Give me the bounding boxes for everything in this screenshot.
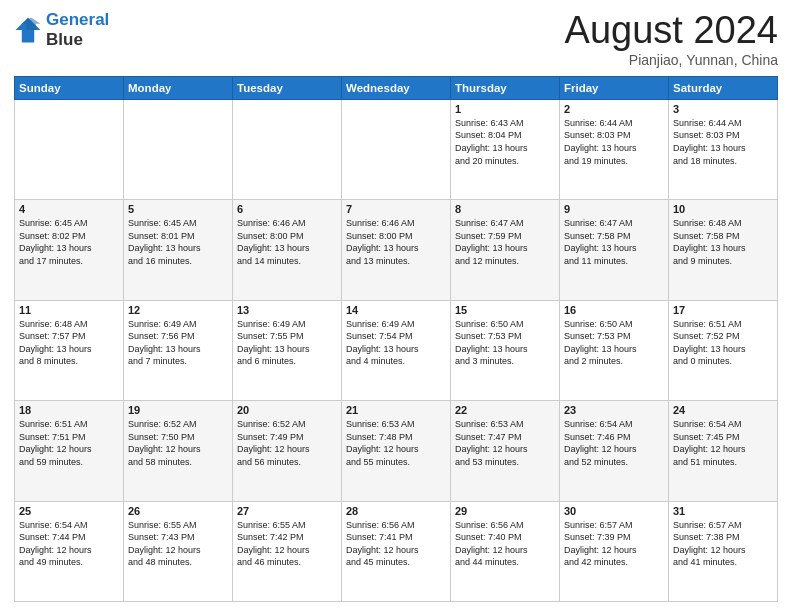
day-info: Sunrise: 6:50 AMSunset: 7:53 PMDaylight:… — [455, 318, 555, 368]
calendar-cell: 6Sunrise: 6:46 AMSunset: 8:00 PMDaylight… — [233, 200, 342, 300]
day-info: Sunrise: 6:57 AMSunset: 7:39 PMDaylight:… — [564, 519, 664, 569]
calendar-cell: 16Sunrise: 6:50 AMSunset: 7:53 PMDayligh… — [560, 300, 669, 400]
calendar-cell: 30Sunrise: 6:57 AMSunset: 7:39 PMDayligh… — [560, 501, 669, 601]
day-number: 24 — [673, 404, 773, 416]
calendar-cell — [15, 99, 124, 199]
calendar-cell: 3Sunrise: 6:44 AMSunset: 8:03 PMDaylight… — [669, 99, 778, 199]
day-number: 30 — [564, 505, 664, 517]
month-title: August 2024 — [565, 10, 778, 52]
day-info: Sunrise: 6:45 AMSunset: 8:02 PMDaylight:… — [19, 217, 119, 267]
calendar-cell — [342, 99, 451, 199]
calendar-cell: 29Sunrise: 6:56 AMSunset: 7:40 PMDayligh… — [451, 501, 560, 601]
calendar-cell: 22Sunrise: 6:53 AMSunset: 7:47 PMDayligh… — [451, 401, 560, 501]
day-number: 28 — [346, 505, 446, 517]
calendar-cell: 2Sunrise: 6:44 AMSunset: 8:03 PMDaylight… — [560, 99, 669, 199]
day-number: 4 — [19, 203, 119, 215]
day-info: Sunrise: 6:44 AMSunset: 8:03 PMDaylight:… — [564, 117, 664, 167]
day-info: Sunrise: 6:54 AMSunset: 7:45 PMDaylight:… — [673, 418, 773, 468]
day-number: 19 — [128, 404, 228, 416]
day-info: Sunrise: 6:52 AMSunset: 7:49 PMDaylight:… — [237, 418, 337, 468]
day-info: Sunrise: 6:51 AMSunset: 7:52 PMDaylight:… — [673, 318, 773, 368]
day-info: Sunrise: 6:48 AMSunset: 7:57 PMDaylight:… — [19, 318, 119, 368]
day-info: Sunrise: 6:49 AMSunset: 7:55 PMDaylight:… — [237, 318, 337, 368]
calendar-cell: 23Sunrise: 6:54 AMSunset: 7:46 PMDayligh… — [560, 401, 669, 501]
day-info: Sunrise: 6:55 AMSunset: 7:43 PMDaylight:… — [128, 519, 228, 569]
calendar-cell: 15Sunrise: 6:50 AMSunset: 7:53 PMDayligh… — [451, 300, 560, 400]
location: Pianjiao, Yunnan, China — [565, 52, 778, 68]
day-number: 16 — [564, 304, 664, 316]
day-number: 18 — [19, 404, 119, 416]
day-number: 29 — [455, 505, 555, 517]
day-number: 22 — [455, 404, 555, 416]
day-number: 11 — [19, 304, 119, 316]
day-number: 14 — [346, 304, 446, 316]
page: General Blue August 2024 Pianjiao, Yunna… — [0, 0, 792, 612]
day-number: 7 — [346, 203, 446, 215]
title-block: August 2024 Pianjiao, Yunnan, China — [565, 10, 778, 68]
day-info: Sunrise: 6:49 AMSunset: 7:54 PMDaylight:… — [346, 318, 446, 368]
calendar-cell: 10Sunrise: 6:48 AMSunset: 7:58 PMDayligh… — [669, 200, 778, 300]
day-info: Sunrise: 6:48 AMSunset: 7:58 PMDaylight:… — [673, 217, 773, 267]
calendar-cell — [233, 99, 342, 199]
calendar-cell: 26Sunrise: 6:55 AMSunset: 7:43 PMDayligh… — [124, 501, 233, 601]
weekday-header: Sunday — [15, 76, 124, 99]
weekday-header: Friday — [560, 76, 669, 99]
day-number: 25 — [19, 505, 119, 517]
day-number: 21 — [346, 404, 446, 416]
day-number: 3 — [673, 103, 773, 115]
weekday-header: Monday — [124, 76, 233, 99]
day-info: Sunrise: 6:47 AMSunset: 7:58 PMDaylight:… — [564, 217, 664, 267]
day-number: 5 — [128, 203, 228, 215]
day-info: Sunrise: 6:43 AMSunset: 8:04 PMDaylight:… — [455, 117, 555, 167]
calendar-cell: 28Sunrise: 6:56 AMSunset: 7:41 PMDayligh… — [342, 501, 451, 601]
calendar-cell: 4Sunrise: 6:45 AMSunset: 8:02 PMDaylight… — [15, 200, 124, 300]
day-number: 26 — [128, 505, 228, 517]
day-info: Sunrise: 6:45 AMSunset: 8:01 PMDaylight:… — [128, 217, 228, 267]
day-number: 10 — [673, 203, 773, 215]
logo-text: General Blue — [46, 10, 109, 49]
day-info: Sunrise: 6:57 AMSunset: 7:38 PMDaylight:… — [673, 519, 773, 569]
calendar-cell — [124, 99, 233, 199]
day-info: Sunrise: 6:46 AMSunset: 8:00 PMDaylight:… — [346, 217, 446, 267]
day-info: Sunrise: 6:54 AMSunset: 7:44 PMDaylight:… — [19, 519, 119, 569]
calendar-cell: 25Sunrise: 6:54 AMSunset: 7:44 PMDayligh… — [15, 501, 124, 601]
day-number: 8 — [455, 203, 555, 215]
day-number: 27 — [237, 505, 337, 517]
weekday-header: Wednesday — [342, 76, 451, 99]
calendar-header-row: SundayMondayTuesdayWednesdayThursdayFrid… — [15, 76, 778, 99]
day-info: Sunrise: 6:56 AMSunset: 7:41 PMDaylight:… — [346, 519, 446, 569]
day-number: 23 — [564, 404, 664, 416]
day-info: Sunrise: 6:52 AMSunset: 7:50 PMDaylight:… — [128, 418, 228, 468]
day-info: Sunrise: 6:46 AMSunset: 8:00 PMDaylight:… — [237, 217, 337, 267]
logo-general: General — [46, 10, 109, 29]
calendar-cell: 20Sunrise: 6:52 AMSunset: 7:49 PMDayligh… — [233, 401, 342, 501]
day-info: Sunrise: 6:54 AMSunset: 7:46 PMDaylight:… — [564, 418, 664, 468]
calendar-cell: 13Sunrise: 6:49 AMSunset: 7:55 PMDayligh… — [233, 300, 342, 400]
day-number: 1 — [455, 103, 555, 115]
calendar-cell: 18Sunrise: 6:51 AMSunset: 7:51 PMDayligh… — [15, 401, 124, 501]
calendar-cell: 1Sunrise: 6:43 AMSunset: 8:04 PMDaylight… — [451, 99, 560, 199]
day-info: Sunrise: 6:55 AMSunset: 7:42 PMDaylight:… — [237, 519, 337, 569]
weekday-header: Tuesday — [233, 76, 342, 99]
calendar-cell: 8Sunrise: 6:47 AMSunset: 7:59 PMDaylight… — [451, 200, 560, 300]
day-number: 15 — [455, 304, 555, 316]
day-number: 31 — [673, 505, 773, 517]
calendar-cell: 12Sunrise: 6:49 AMSunset: 7:56 PMDayligh… — [124, 300, 233, 400]
day-info: Sunrise: 6:51 AMSunset: 7:51 PMDaylight:… — [19, 418, 119, 468]
calendar-cell: 24Sunrise: 6:54 AMSunset: 7:45 PMDayligh… — [669, 401, 778, 501]
day-info: Sunrise: 6:53 AMSunset: 7:47 PMDaylight:… — [455, 418, 555, 468]
day-number: 20 — [237, 404, 337, 416]
calendar-cell: 14Sunrise: 6:49 AMSunset: 7:54 PMDayligh… — [342, 300, 451, 400]
weekday-header: Saturday — [669, 76, 778, 99]
calendar-cell: 19Sunrise: 6:52 AMSunset: 7:50 PMDayligh… — [124, 401, 233, 501]
day-info: Sunrise: 6:56 AMSunset: 7:40 PMDaylight:… — [455, 519, 555, 569]
calendar-cell: 17Sunrise: 6:51 AMSunset: 7:52 PMDayligh… — [669, 300, 778, 400]
day-number: 13 — [237, 304, 337, 316]
calendar-table: SundayMondayTuesdayWednesdayThursdayFrid… — [14, 76, 778, 602]
day-number: 17 — [673, 304, 773, 316]
logo-blue: Blue — [46, 30, 83, 49]
weekday-header: Thursday — [451, 76, 560, 99]
logo: General Blue — [14, 10, 109, 49]
header: General Blue August 2024 Pianjiao, Yunna… — [14, 10, 778, 68]
day-number: 12 — [128, 304, 228, 316]
